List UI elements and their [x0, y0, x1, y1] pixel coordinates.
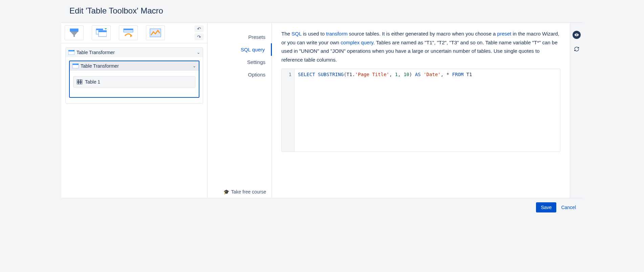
redo-icon: ↷: [197, 34, 201, 40]
filter-icon: [69, 28, 79, 37]
tabs-panel: Presets SQL query Settings Options 🎓 Tak…: [208, 23, 272, 198]
undo-icon: ↶: [197, 26, 201, 31]
table-chip[interactable]: Table 1: [73, 76, 195, 88]
link-transform[interactable]: transform: [326, 31, 347, 37]
right-rail: [570, 23, 583, 198]
tab-options[interactable]: Options: [208, 68, 272, 81]
svg-rect-8: [124, 29, 133, 30]
link-complex-query[interactable]: complex query: [341, 40, 373, 45]
svg-rect-5: [99, 30, 107, 32]
editor-content[interactable]: SELECT SUBSTRING(T1.'Page Title', 1, 10)…: [295, 69, 475, 152]
tool-chart-button[interactable]: [146, 25, 165, 40]
chevron-down-icon[interactable]: ⌄: [193, 64, 196, 68]
tree-item-transformer-outer[interactable]: + Table Transformer ⌄ + Table Transforme…: [65, 47, 203, 104]
macro-toolbar: + ↶ ↷: [61, 23, 207, 43]
graduation-cap-icon: 🎓: [223, 189, 229, 195]
transform-icon: [123, 28, 134, 37]
macro-tree: + Table Transformer ⌄ + Table Transforme…: [61, 43, 207, 110]
take-free-course-link[interactable]: 🎓 Take free course: [223, 189, 266, 195]
cancel-button[interactable]: Cancel: [561, 205, 576, 210]
svg-rect-1: [73, 35, 75, 37]
sql-editor[interactable]: 1 SELECT SUBSTRING(T1.'Page Title', 1, 1…: [281, 69, 560, 152]
link-preset[interactable]: preset: [497, 31, 511, 37]
redo-button[interactable]: ↷: [194, 33, 204, 40]
left-panel: + ↶ ↷: [61, 23, 208, 198]
take-free-course-label: Take free course: [231, 189, 266, 195]
chevron-down-icon[interactable]: ⌄: [197, 50, 200, 55]
editor-gutter: 1: [282, 69, 295, 152]
tree-item-label: Table Transformer: [77, 50, 115, 55]
tree-item-transformer-inner[interactable]: + Table Transformer ⌄ Table: [69, 61, 199, 98]
svg-rect-3: [96, 29, 103, 30]
tool-filter-button[interactable]: [65, 25, 84, 40]
preview-button[interactable]: [573, 31, 581, 39]
tool-pivot-button[interactable]: +: [92, 25, 111, 40]
svg-text:+: +: [105, 28, 107, 30]
dialog-footer: Save Cancel: [61, 198, 583, 217]
tool-transform-button[interactable]: [119, 25, 138, 40]
chart-icon: [150, 28, 161, 37]
refresh-icon: [574, 46, 579, 52]
undo-button[interactable]: ↶: [194, 25, 204, 32]
line-number: 1: [282, 72, 292, 77]
save-button[interactable]: Save: [536, 202, 556, 212]
table-icon: [77, 80, 82, 84]
tree-item-label: Table Transformer: [81, 63, 119, 69]
eye-icon: [574, 32, 579, 37]
main-panel: The SQL is used to transform source tabl…: [272, 23, 570, 198]
link-sql[interactable]: SQL: [292, 31, 301, 37]
tab-settings[interactable]: Settings: [208, 56, 272, 68]
table-chip-label: Table 1: [85, 79, 100, 85]
tab-sql-query[interactable]: SQL query: [208, 43, 272, 56]
svg-rect-0: [70, 29, 78, 31]
dialog-header: Edit 'Table Toolbox' Macro: [61, 0, 583, 23]
sql-description: The SQL is used to transform source tabl…: [281, 29, 560, 64]
tab-presets[interactable]: Presets: [208, 31, 272, 43]
svg-rect-16: [77, 80, 82, 84]
dialog-title: Edit 'Table Toolbox' Macro: [69, 6, 575, 16]
svg-text:+: +: [73, 50, 74, 52]
pivot-icon: +: [96, 28, 107, 37]
table-transformer-icon: +: [68, 50, 74, 55]
refresh-button[interactable]: [573, 45, 581, 53]
svg-text:+: +: [77, 64, 79, 66]
table-transformer-icon: +: [72, 64, 79, 68]
